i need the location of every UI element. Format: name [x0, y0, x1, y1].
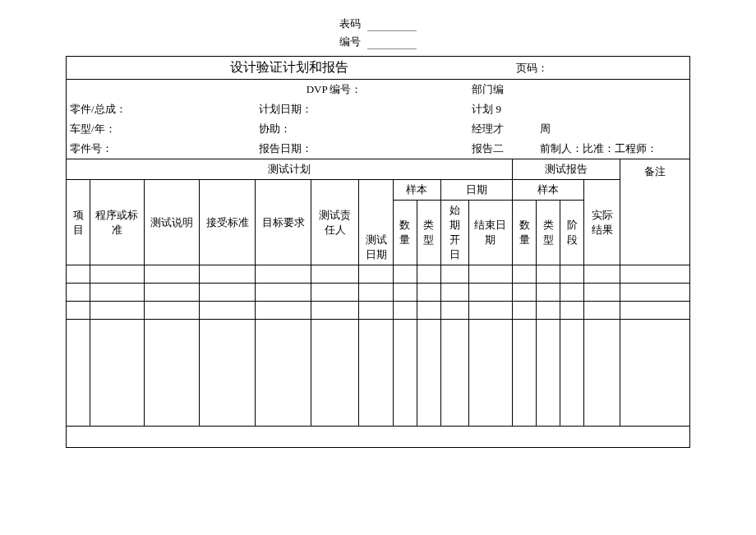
col-desc: 测试说明	[144, 180, 200, 265]
dept-label: 部门编	[468, 80, 536, 100]
week: 周	[537, 119, 690, 139]
report-date: 报告日期：	[256, 139, 468, 159]
col-type-1: 类型	[417, 201, 440, 265]
code-label: 表码	[339, 16, 361, 31]
part-assembly: 零件/总成：	[67, 99, 256, 119]
dvp-label: DVP 编号：	[200, 80, 468, 100]
manager: 经理才	[468, 119, 536, 139]
col-resp: 测试责任人	[311, 180, 359, 265]
prepared-by: 前制人：比准：工程师：	[537, 139, 690, 159]
info-row-1: 零件/总成： 计划日期： 计划 9	[67, 99, 690, 119]
part-no: 零件号：	[67, 139, 256, 159]
col-procedure: 程序或标准	[90, 180, 144, 265]
table-row	[67, 302, 690, 320]
table-row-tall	[67, 320, 690, 427]
model-year: 车型/年：	[67, 119, 256, 139]
col-test-date: 测试日期	[359, 180, 393, 265]
col-header-row-1: 项目 程序或标准 测试说明 接受标准 目标要求 测试责任人 测试日期 样本 日期…	[67, 180, 690, 201]
col-item: 项目	[67, 180, 90, 265]
col-date: 日期	[440, 180, 512, 201]
col-actual: 实际结果	[584, 180, 620, 265]
plan-date: 计划日期：	[256, 99, 468, 119]
col-sample-report: 样本	[513, 180, 584, 201]
info-row-3: 零件号： 报告日期： 报告二 前制人：比准：工程师：	[67, 139, 690, 159]
dvp-row: DVP 编号： 部门编	[67, 80, 690, 100]
test-report-header: 测试报告	[513, 159, 620, 180]
plan-9: 计划 9	[468, 99, 536, 119]
footer-row	[67, 427, 690, 448]
col-type-2: 类型	[537, 201, 560, 265]
col-end-date: 结束日期	[468, 201, 512, 265]
table-row	[67, 284, 690, 302]
main-form-table: 设计验证计划和报告 页码： DVP 编号： 部门编 零件/总成： 计划日期： 计…	[66, 56, 690, 448]
title-row: 设计验证计划和报告 页码：	[67, 57, 690, 80]
code-blank	[367, 20, 417, 31]
top-meta: 表码 编号	[66, 16, 690, 49]
col-stage: 阶段	[560, 201, 584, 265]
remarks-header: 备注	[620, 159, 690, 265]
page-label: 页码：	[513, 57, 690, 80]
col-target: 目标要求	[256, 180, 311, 265]
col-qty-2: 数量	[513, 201, 537, 265]
number-label: 编号	[339, 35, 361, 49]
report-2: 报告二	[468, 139, 536, 159]
col-start-date: 始期开日	[440, 201, 468, 265]
form-title: 设计验证计划和报告	[67, 57, 513, 80]
test-plan-header: 测试计划	[67, 159, 513, 180]
col-accept: 接受标准	[200, 180, 256, 265]
assist: 协助：	[256, 119, 468, 139]
table-row	[67, 265, 690, 284]
col-qty-1: 数量	[393, 201, 417, 265]
number-blank	[367, 38, 417, 49]
col-sample-plan: 样本	[393, 180, 440, 201]
section-header-row: 测试计划 测试报告 备注	[67, 159, 690, 180]
info-row-2: 车型/年： 协助： 经理才 周	[67, 119, 690, 139]
